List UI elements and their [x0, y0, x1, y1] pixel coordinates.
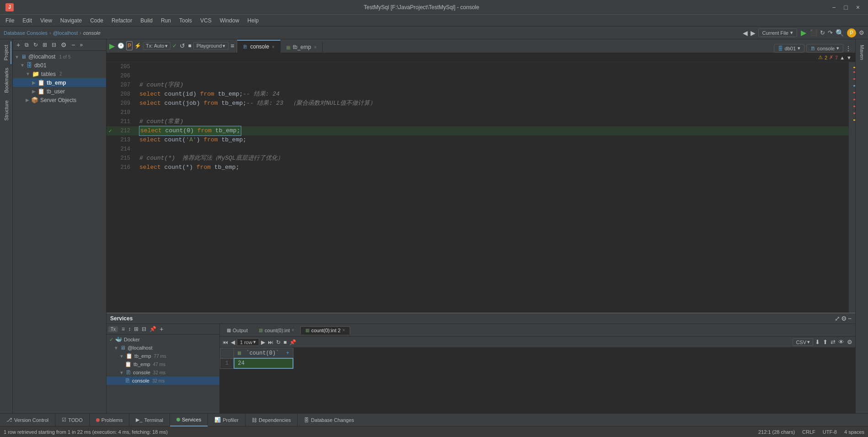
sidebar-copy-btn[interactable]: ⧉	[23, 41, 31, 49]
import-btn[interactable]: ⬆	[822, 338, 829, 346]
warnings-up-btn[interactable]: ▲	[840, 55, 845, 60]
rollback-btn[interactable]: ↺	[179, 41, 186, 50]
status-indent[interactable]: 4 spaces	[844, 429, 864, 435]
close-btn[interactable]: ×	[853, 4, 863, 11]
profile-btn[interactable]: P	[847, 28, 856, 38]
srv-tree-localhost[interactable]: ▼ 🖥 @localhost	[107, 344, 219, 352]
run-query-btn[interactable]: ▶	[800, 27, 807, 38]
breadcrumb-console[interactable]: console	[83, 30, 101, 36]
tree-item-tb-emp[interactable]: ▶ 📋 tb_emp	[13, 78, 106, 87]
services-close-btn[interactable]: −	[848, 315, 852, 322]
export-btn[interactable]: ⬇	[814, 338, 821, 346]
run-history-btn[interactable]: 🕐	[117, 42, 125, 50]
srv-tree-console-1[interactable]: ▼ 🖹 console 32 ms	[107, 368, 219, 377]
bottom-tab-vcs[interactable]: ⎇ Version Control	[0, 414, 55, 426]
srv-tree-tbemp-2[interactable]: 📋 tb_emp 47 ms	[107, 360, 219, 368]
services-settings-btn[interactable]: ⚙	[841, 315, 847, 322]
structure-tab-btn[interactable]: Structure	[2, 97, 11, 124]
bottom-tab-services[interactable]: Services	[170, 414, 208, 426]
tab-console[interactable]: 🖹 console ×	[237, 40, 280, 53]
minimize-btn[interactable]: −	[829, 4, 838, 11]
nav-refresh-btn[interactable]: ↻	[275, 338, 282, 346]
menu-tools[interactable]: Tools	[176, 16, 196, 25]
status-position[interactable]: 212:1 (28 chars)	[758, 429, 795, 435]
menu-vcs[interactable]: VCS	[197, 16, 215, 25]
result-settings-btn[interactable]: ⚙	[846, 338, 853, 346]
playground-btn[interactable]: Playground▾	[193, 42, 229, 50]
srv-group-btn[interactable]: ⊞	[133, 325, 140, 333]
tree-item-tb-user[interactable]: ▶ 📋 tb_user	[13, 87, 106, 96]
result-tab-count0[interactable]: ▦ count(0):int ×	[254, 326, 299, 334]
format-btn[interactable]: ⚡	[133, 42, 142, 50]
sidebar-minimize-btn[interactable]: −	[69, 41, 77, 49]
table-row[interactable]: 1 24	[220, 358, 293, 368]
bottom-tab-deps[interactable]: ⛓ Dependencies	[245, 414, 298, 426]
nav-prev-btn[interactable]: ◀	[230, 338, 236, 346]
services-expand-btn[interactable]: ⤢	[835, 315, 840, 322]
count0-2-close[interactable]: ×	[342, 328, 345, 333]
breadcrumb-database-consoles[interactable]: Database Consoles	[4, 30, 48, 36]
sidebar-collapse-btn[interactable]: ⊞	[41, 41, 49, 49]
srv-tree-docker[interactable]: ✓ 🐳 Docker	[107, 335, 219, 344]
bookmarks-tab-btn[interactable]: Bookmarks	[2, 64, 11, 97]
tbemp-tab-close[interactable]: ×	[314, 45, 317, 50]
db01-selector[interactable]: 🗄 db01 ▾	[774, 44, 804, 53]
bottom-tab-todo[interactable]: ☑ TODO	[55, 414, 90, 426]
result-value-cell[interactable]: 24	[234, 358, 293, 368]
nav-next-btn[interactable]: ▶	[260, 338, 266, 346]
nav-stop-btn[interactable]: ■	[282, 338, 288, 346]
menu-view[interactable]: View	[37, 16, 56, 25]
run-plan-btn[interactable]: P	[126, 41, 133, 50]
current-file-selector[interactable]: Current File ▾	[758, 28, 797, 37]
srv-add-btn[interactable]: +	[158, 325, 165, 333]
sidebar-more-btn[interactable]: »	[78, 41, 85, 49]
result-tab-output[interactable]: ▦ Output	[222, 326, 253, 334]
bottom-tab-dbchanges[interactable]: 🗄 Database Changes	[298, 414, 360, 426]
tab-tb-emp[interactable]: ▦ tb_emp ×	[281, 42, 323, 53]
nav-pin-btn[interactable]: 📌	[288, 338, 297, 346]
result-tab-count0-2[interactable]: ▦ count(0):int 2 ×	[300, 326, 350, 334]
status-line-ending[interactable]: CRLF	[802, 429, 815, 435]
format-sql-btn[interactable]: ≡	[229, 41, 235, 50]
commit-btn[interactable]: ✓	[171, 42, 178, 50]
nav-forward-btn[interactable]: ▶	[751, 29, 756, 37]
breadcrumb-localhost[interactable]: @localhost	[53, 30, 78, 36]
code-editor[interactable]: 205 206 207 # count(字段)	[107, 62, 855, 313]
status-encoding[interactable]: UTF-8	[823, 429, 837, 435]
col-add-btn[interactable]: +	[286, 350, 289, 356]
maximize-btn[interactable]: □	[841, 4, 850, 11]
sidebar-filter-btn[interactable]: ⊟	[50, 41, 58, 49]
srv-align-btn[interactable]: ≡	[120, 325, 126, 333]
menu-help[interactable]: Help	[244, 16, 262, 25]
nav-first-btn[interactable]: ⏮	[222, 338, 229, 346]
menu-file[interactable]: File	[2, 16, 18, 25]
bottom-tab-terminal[interactable]: ▶_ Terminal	[129, 414, 170, 426]
menu-window[interactable]: Window	[216, 16, 243, 25]
count0-close[interactable]: ×	[292, 328, 294, 333]
menu-build[interactable]: Build	[137, 16, 156, 25]
step-btn[interactable]: ↷	[828, 29, 833, 36]
col-count0-header[interactable]: ▦ `count(0)` +	[234, 348, 293, 359]
err-count[interactable]: 7	[835, 55, 838, 60]
tree-item-tables[interactable]: ▼ 📁 tables 2	[13, 70, 106, 78]
project-tab-btn[interactable]: Project	[1, 41, 11, 64]
debug-btn[interactable]: ⬛	[810, 29, 817, 36]
menu-navigate[interactable]: Navigate	[57, 16, 85, 25]
run-current-btn[interactable]: ▶	[108, 41, 116, 51]
menu-refactor[interactable]: Refactor	[108, 16, 136, 25]
srv-expand-btn[interactable]: ↕	[127, 325, 132, 333]
tree-item-server-objects[interactable]: ▶ 📦 Server Objects	[13, 96, 106, 104]
sidebar-new-btn[interactable]: +	[15, 41, 22, 49]
tree-item-localhost[interactable]: ▼ 🖥 @localhost 1 of 5	[13, 53, 106, 61]
nav-back-btn[interactable]: ◀	[743, 29, 748, 37]
console-tab-close[interactable]: ×	[272, 44, 275, 49]
view-btn[interactable]: 👁	[837, 338, 845, 346]
tab-more-btn[interactable]: ⋮	[845, 45, 852, 52]
refresh-btn[interactable]: ↻	[820, 29, 825, 36]
maven-tab-btn[interactable]: Maven	[857, 41, 867, 64]
menu-run[interactable]: Run	[157, 16, 175, 25]
warn-count[interactable]: 2	[825, 55, 827, 60]
bottom-tab-problems[interactable]: Problems	[90, 414, 129, 426]
sidebar-settings-btn[interactable]: ⚙	[59, 41, 69, 49]
cancel-btn[interactable]: ■	[187, 42, 192, 50]
